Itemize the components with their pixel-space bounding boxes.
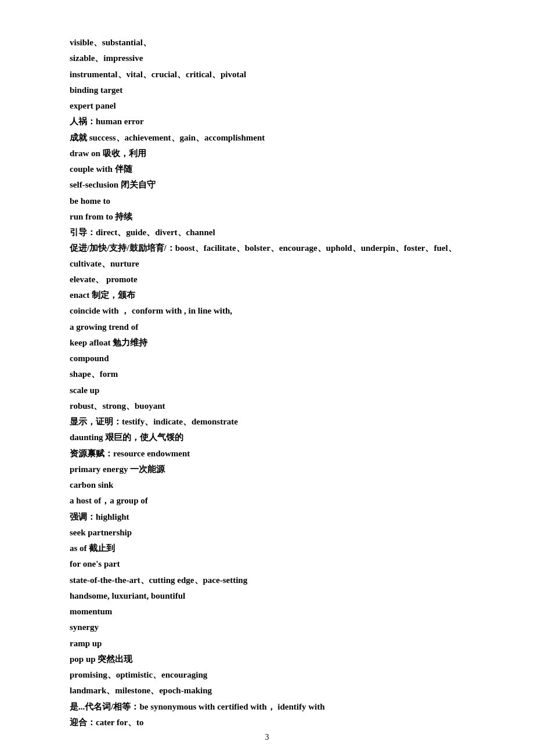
line-item: 人祸：human error	[70, 114, 464, 129]
line-item: 显示，证明：testify、indicate、demonstrate	[70, 414, 464, 429]
line-item: as of 截止到	[70, 541, 464, 556]
line-item: sizable、impressive	[70, 51, 464, 66]
page-number: 3	[265, 733, 269, 742]
line-item: instrumental、vital、crucial、critical、pivo…	[70, 67, 464, 82]
line-item: robust、strong、buoyant	[70, 398, 464, 413]
line-item: couple with 伴随	[70, 161, 464, 177]
line-item: for one's part	[70, 556, 464, 571]
line-item: landmark、milestone、epoch-making	[70, 683, 464, 698]
line-item: run from to 持续	[70, 209, 464, 224]
line-item: scale up	[70, 383, 464, 398]
line-item: enact 制定，颁布	[70, 287, 464, 303]
line-item: state-of-the-the-art、cutting edge、pace-s…	[70, 573, 464, 588]
line-item: seek partnership	[70, 525, 464, 540]
line-item: 成就 success、achievement、gain、accomplishme…	[70, 130, 464, 145]
line-item: coincide with ， conform with , in line w…	[70, 303, 464, 318]
line-item: 引导：direct、guide、divert、channel	[70, 225, 464, 240]
line-item: visible、substantial、	[70, 35, 464, 50]
line-item: ramp up	[70, 636, 464, 651]
line-item: 迎合：cater for、to	[70, 715, 464, 730]
line-item: 促进/加快/支持/鼓励培育/：boost、facilitate、bolster、…	[70, 240, 464, 271]
line-item: promising、optimistic、encouraging	[70, 667, 464, 682]
line-item: binding target	[70, 82, 464, 98]
line-item: pop up 突然出现	[70, 651, 464, 667]
line-item: a host of，a group of	[70, 493, 464, 508]
line-item: keep afloat 勉力维持	[70, 335, 464, 350]
line-item: handsome, luxuriant, bountiful	[70, 588, 464, 603]
content-lines: visible、substantial、sizable、impressivein…	[70, 35, 464, 730]
line-item: primary energy 一次能源	[70, 462, 464, 477]
line-item: momentum	[70, 604, 464, 619]
line-item: 资源禀赋：resource endowment	[70, 446, 464, 461]
line-item: a growing trend of	[70, 319, 464, 334]
line-item: expert panel	[70, 98, 464, 113]
line-item: draw on 吸收，利用	[70, 146, 464, 161]
line-item: self-seclusion 闭关自守	[70, 177, 464, 192]
line-item: compound	[70, 351, 464, 366]
line-item: synergy	[70, 620, 464, 635]
line-item: 是...代名词/相等：be synonymous with certified …	[70, 699, 464, 714]
line-item: 强调：highlight	[70, 509, 464, 524]
line-item: shape、form	[70, 366, 464, 381]
page-container: visible、substantial、sizable、impressivein…	[0, 0, 534, 756]
line-item: carbon sink	[70, 477, 464, 492]
line-item: daunting 艰巨的，使人气馁的	[70, 430, 464, 445]
line-item: be home to	[70, 193, 464, 208]
line-item: elevate、 promote	[70, 272, 464, 287]
